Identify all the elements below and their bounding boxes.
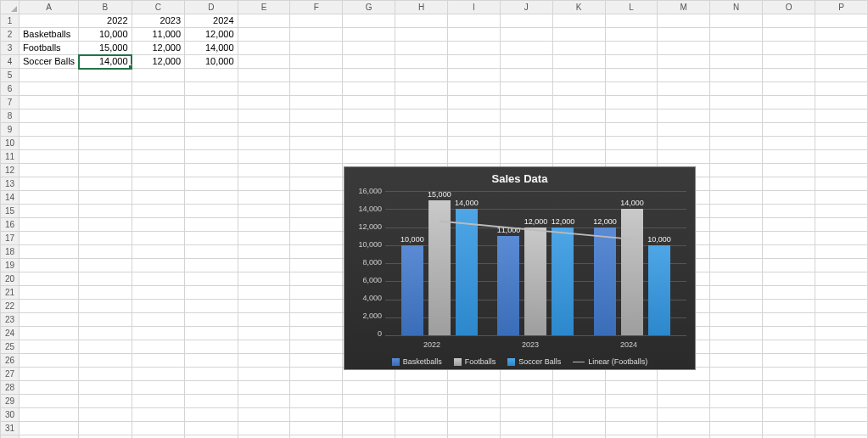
- cell[interactable]: [658, 110, 710, 123]
- cell[interactable]: [19, 96, 78, 110]
- cell[interactable]: [185, 327, 238, 340]
- cell[interactable]: [290, 137, 343, 150]
- cell[interactable]: [343, 435, 395, 439]
- cell[interactable]: [500, 395, 552, 408]
- cell[interactable]: [132, 232, 185, 245]
- cell[interactable]: [132, 381, 185, 395]
- cell[interactable]: [815, 42, 868, 55]
- cell[interactable]: [448, 408, 501, 422]
- cell[interactable]: [79, 368, 132, 381]
- cell[interactable]: [815, 381, 868, 395]
- cell[interactable]: [448, 69, 501, 82]
- cell[interactable]: [132, 272, 185, 286]
- cell[interactable]: [290, 245, 343, 259]
- cell[interactable]: [500, 408, 552, 422]
- cell[interactable]: 10,000: [185, 55, 238, 69]
- row-header[interactable]: 22: [1, 300, 20, 313]
- cell[interactable]: [763, 422, 815, 435]
- cell[interactable]: [815, 259, 868, 272]
- cell[interactable]: [448, 137, 501, 150]
- cell[interactable]: [395, 82, 448, 96]
- select-all-corner[interactable]: [1, 1, 20, 14]
- row-header[interactable]: 29: [1, 395, 20, 408]
- cell[interactable]: [238, 150, 290, 164]
- cell[interactable]: [290, 286, 343, 300]
- row-header[interactable]: 13: [1, 177, 20, 191]
- cell[interactable]: [290, 191, 343, 205]
- bar-basketballs-2024[interactable]: 12,000: [594, 227, 616, 336]
- cell[interactable]: [290, 123, 343, 137]
- cell[interactable]: [605, 69, 658, 82]
- cell[interactable]: [132, 422, 185, 435]
- cell[interactable]: [605, 435, 658, 439]
- cell[interactable]: [238, 435, 290, 439]
- cell[interactable]: [238, 368, 290, 381]
- cell[interactable]: [132, 137, 185, 150]
- cell[interactable]: [395, 55, 448, 69]
- cell[interactable]: [395, 422, 448, 435]
- cell[interactable]: [815, 28, 868, 42]
- cell[interactable]: [552, 14, 605, 28]
- cell[interactable]: [710, 408, 763, 422]
- cell[interactable]: [79, 408, 132, 422]
- col-header[interactable]: C: [132, 1, 185, 14]
- cell[interactable]: [763, 177, 815, 191]
- cell[interactable]: [395, 395, 448, 408]
- cell[interactable]: 2024: [185, 14, 238, 28]
- cell[interactable]: [815, 340, 868, 354]
- cell[interactable]: [710, 82, 763, 96]
- cell[interactable]: [19, 177, 78, 191]
- cell[interactable]: [290, 259, 343, 272]
- chart-sales-data[interactable]: Sales Data 16,000 14,000 12,000 10,000 8…: [344, 166, 696, 370]
- cell[interactable]: [238, 14, 290, 28]
- col-header[interactable]: N: [710, 1, 763, 14]
- cell[interactable]: [763, 259, 815, 272]
- row-header[interactable]: 24: [1, 327, 20, 340]
- cell[interactable]: [658, 69, 710, 82]
- cell[interactable]: [658, 123, 710, 137]
- cell[interactable]: [605, 422, 658, 435]
- cell[interactable]: [132, 96, 185, 110]
- cell[interactable]: [763, 69, 815, 82]
- cell[interactable]: [710, 69, 763, 82]
- cell[interactable]: [79, 381, 132, 395]
- row-header[interactable]: 21: [1, 286, 20, 300]
- cell[interactable]: [238, 137, 290, 150]
- cell[interactable]: [343, 395, 395, 408]
- cell[interactable]: [395, 150, 448, 164]
- cell[interactable]: [763, 164, 815, 177]
- row-header[interactable]: 16: [1, 218, 20, 232]
- cell[interactable]: [448, 55, 501, 69]
- cell[interactable]: [238, 327, 290, 340]
- cell[interactable]: [132, 69, 185, 82]
- cell[interactable]: [815, 96, 868, 110]
- cell[interactable]: [710, 191, 763, 205]
- col-header[interactable]: H: [395, 1, 448, 14]
- cell[interactable]: [19, 435, 78, 439]
- cell[interactable]: [500, 150, 552, 164]
- cell[interactable]: [79, 96, 132, 110]
- row-header[interactable]: 2: [1, 28, 20, 42]
- row-header[interactable]: 10: [1, 137, 20, 150]
- bar-soccerballs-2024[interactable]: 10,000: [648, 245, 670, 335]
- cell[interactable]: [710, 381, 763, 395]
- row-header[interactable]: 15: [1, 205, 20, 218]
- cell[interactable]: [79, 218, 132, 232]
- cell[interactable]: [290, 381, 343, 395]
- cell[interactable]: [132, 327, 185, 340]
- col-header[interactable]: L: [605, 1, 658, 14]
- cell[interactable]: [395, 69, 448, 82]
- cell[interactable]: [79, 137, 132, 150]
- cell[interactable]: [79, 245, 132, 259]
- cell[interactable]: [238, 340, 290, 354]
- cell[interactable]: [290, 422, 343, 435]
- cell[interactable]: [763, 381, 815, 395]
- cell[interactable]: [132, 368, 185, 381]
- cell[interactable]: [79, 191, 132, 205]
- cell[interactable]: [19, 313, 78, 327]
- row-header[interactable]: 12: [1, 164, 20, 177]
- cell[interactable]: [395, 14, 448, 28]
- cell[interactable]: [185, 123, 238, 137]
- cell[interactable]: [605, 28, 658, 42]
- cell[interactable]: [395, 96, 448, 110]
